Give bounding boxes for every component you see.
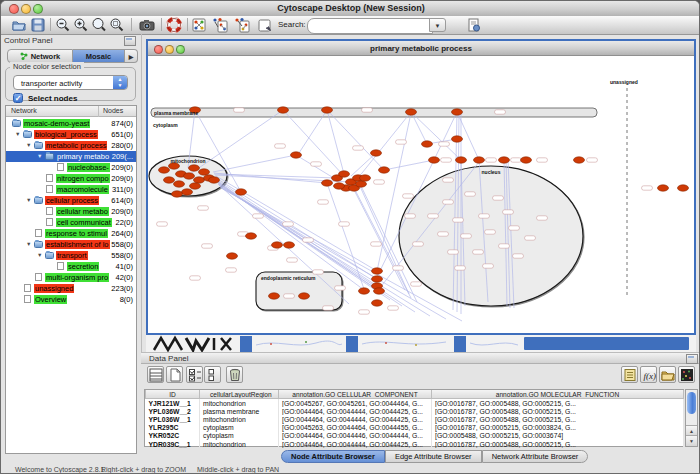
tree-row[interactable]: secretion41(0): [6, 261, 136, 272]
scrollbar-thumb[interactable]: [687, 392, 696, 414]
attribute-table-header[interactable]: ID_cellularLayoutRegionannotation.GO CEL…: [146, 390, 684, 399]
network-node[interactable]: [452, 109, 463, 115]
network-node-small[interactable]: [353, 146, 364, 150]
network-node-small[interactable]: [323, 306, 334, 310]
network-node[interactable]: [574, 157, 585, 163]
network-node[interactable]: [521, 157, 532, 163]
tab-network[interactable]: Network: [7, 49, 73, 63]
layout-b-icon[interactable]: [234, 17, 250, 33]
tree-row[interactable]: ▼transport558(0): [6, 250, 136, 261]
zoom-out-icon[interactable]: [55, 17, 71, 33]
network-node-small[interactable]: [461, 234, 472, 238]
tab-edge-attribute-browser[interactable]: Edge Attribute Browser: [385, 450, 482, 463]
network-node-small[interactable]: [303, 238, 314, 242]
network-node[interactable]: [359, 288, 370, 294]
network-node-small[interactable]: [359, 310, 370, 314]
table-row[interactable]: YJR121W__1mitochondrion[GO:0045267, GO:0…: [146, 399, 684, 408]
search-options-icon[interactable]: [466, 17, 482, 33]
network-node[interactable]: [189, 165, 200, 171]
tree-row[interactable]: mosaic-demo-yeast874(0): [6, 118, 136, 129]
network-node[interactable]: [372, 276, 383, 282]
network-node[interactable]: [227, 253, 238, 259]
network-node-small[interactable]: [511, 158, 522, 162]
network-node-small[interactable]: [495, 110, 506, 114]
tree-row[interactable]: ▼cellular process614(0): [6, 195, 136, 206]
network-node-small[interactable]: [453, 218, 464, 222]
network-node[interactable]: [172, 191, 183, 197]
tree-row[interactable]: nitrogen compo209(0): [6, 173, 136, 184]
network-node-small[interactable]: [318, 200, 329, 204]
network-node-small[interactable]: [190, 276, 201, 280]
network-node[interactable]: [269, 293, 280, 299]
expand-triangle-icon[interactable]: ▼: [26, 197, 31, 203]
network-node-small[interactable]: [374, 180, 385, 184]
network-node-small[interactable]: [226, 268, 237, 272]
zoom-in-icon[interactable]: [73, 17, 89, 33]
network-node-small[interactable]: [403, 194, 414, 198]
network-node-small[interactable]: [311, 162, 322, 166]
tab-network-attribute-browser[interactable]: Network Attribute Browser: [482, 450, 589, 463]
network-node[interactable]: [379, 167, 390, 173]
search-input[interactable]: [307, 18, 433, 34]
network-node[interactable]: [334, 183, 345, 189]
network-node[interactable]: [452, 136, 463, 142]
network-node[interactable]: [164, 177, 175, 183]
network-node[interactable]: [374, 288, 385, 294]
network-node-small[interactable]: [483, 264, 494, 268]
network-node-small[interactable]: [413, 242, 424, 246]
unselect-attributes-icon[interactable]: [204, 366, 221, 383]
column-header[interactable]: _cellularLayoutRegion: [200, 390, 279, 399]
search-dropdown-button[interactable]: ▼: [429, 18, 446, 32]
tree-row[interactable]: unassigned223(0): [6, 283, 136, 294]
network-node[interactable]: [194, 177, 205, 183]
network-node-small[interactable]: [537, 216, 548, 220]
zoom-fit-icon[interactable]: [91, 17, 107, 33]
network-manager-icon[interactable]: [191, 17, 207, 33]
network-node[interactable]: [184, 173, 195, 179]
tree-row[interactable]: nucleobase-209(0): [6, 162, 136, 173]
network-node-small[interactable]: [411, 282, 422, 286]
table-row[interactable]: YPL036W__2plasma membrane[GO:0044464, GO…: [146, 407, 684, 415]
scroll-down-icon[interactable]: ▼: [686, 435, 697, 446]
network-node-small[interactable]: [525, 236, 536, 240]
delete-attribute-icon[interactable]: [226, 366, 243, 383]
network-node[interactable]: [272, 242, 283, 248]
import-attributes-icon[interactable]: [659, 366, 676, 383]
network-node-small[interactable]: [509, 226, 520, 230]
network-node[interactable]: [406, 109, 417, 115]
network-node-small[interactable]: [513, 254, 524, 258]
notes-icon[interactable]: [621, 366, 638, 383]
data-panel-titlebar[interactable]: Data Panel: [141, 352, 700, 364]
tree-row[interactable]: ▼primary metabo209(...: [6, 151, 136, 162]
data-panel-float-icon[interactable]: [686, 354, 698, 364]
network-node-small[interactable]: [587, 158, 598, 162]
network-node-small[interactable]: [537, 158, 548, 162]
network-node[interactable]: [299, 293, 310, 299]
network-node-small[interactable]: [485, 230, 496, 234]
control-panel-float-icon[interactable]: [124, 36, 136, 46]
select-attributes-icon[interactable]: [186, 366, 203, 383]
network-node[interactable]: [236, 189, 247, 195]
network-node-small[interactable]: [157, 222, 168, 226]
tab-mosaic[interactable]: Mosaic: [73, 49, 125, 63]
zoom-selected-icon[interactable]: [109, 17, 125, 33]
network-node-small[interactable]: [283, 222, 294, 226]
tree-row[interactable]: multi-organism pro42(0): [6, 272, 136, 283]
tree-row[interactable]: ▼biological_process651(0): [6, 129, 136, 140]
new-attribute-icon[interactable]: [166, 366, 183, 383]
network-node[interactable]: [429, 157, 440, 163]
network-node-small[interactable]: [473, 250, 484, 254]
tree-row[interactable]: response to stimul264(0): [6, 228, 136, 239]
column-header[interactable]: annotation.GO CELLULAR_COMPONENT: [279, 390, 432, 399]
network-node[interactable]: [371, 150, 382, 156]
network-node[interactable]: [422, 141, 433, 147]
network-node-small[interactable]: [642, 186, 653, 190]
tree-row[interactable]: macromolecule311(0): [6, 184, 136, 195]
expand-triangle-icon[interactable]: ▼: [15, 131, 20, 137]
tree-row[interactable]: Overview8(0): [6, 294, 136, 305]
network-node-small[interactable]: [396, 140, 407, 144]
network-node-small[interactable]: [405, 214, 416, 218]
network-node[interactable]: [278, 107, 289, 113]
network-node-small[interactable]: [448, 250, 459, 254]
tree-row[interactable]: cell communicat22(0): [6, 217, 136, 228]
